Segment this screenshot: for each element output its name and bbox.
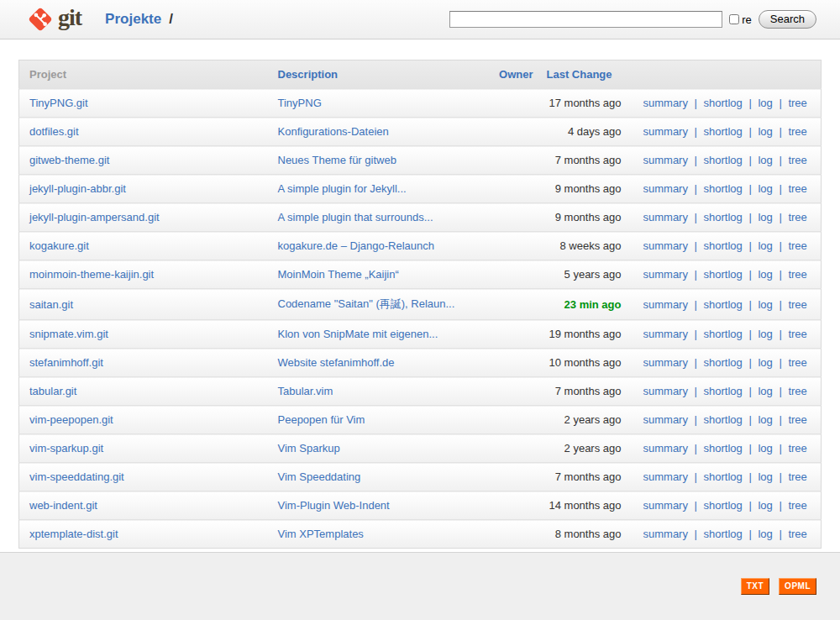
project-link[interactable]: vim-speeddating.git (29, 470, 124, 483)
tree-link[interactable]: tree (788, 154, 806, 166)
summary-link[interactable]: summary (643, 528, 688, 540)
summary-link[interactable]: summary (643, 385, 688, 397)
log-link[interactable]: log (758, 154, 772, 166)
shortlog-link[interactable]: shortlog (704, 268, 743, 281)
sort-by-last-change-link[interactable]: Last Change (547, 68, 612, 81)
project-link[interactable]: jekyll-plugin-abbr.git (29, 182, 126, 195)
description-link[interactable]: Vim Speeddating (278, 470, 361, 483)
log-link[interactable]: log (758, 97, 772, 109)
log-link[interactable]: log (758, 413, 772, 426)
summary-link[interactable]: summary (643, 499, 688, 512)
summary-link[interactable]: summary (643, 470, 688, 483)
tree-link[interactable]: tree (788, 385, 806, 397)
description-link[interactable]: Codename "Saitan" (再誕), Relaun... (278, 297, 455, 310)
shortlog-link[interactable]: shortlog (704, 211, 743, 223)
description-link[interactable]: Klon von SnipMate mit eigenen... (278, 328, 438, 340)
description-link[interactable]: kogakure.de – Django-Relaunch (278, 239, 434, 252)
search-button[interactable]: Search (759, 10, 816, 29)
shortlog-link[interactable]: shortlog (704, 154, 743, 166)
log-link[interactable]: log (758, 356, 772, 369)
project-link[interactable]: jekyll-plugin-ampersand.git (29, 211, 160, 223)
log-link[interactable]: log (758, 239, 772, 252)
shortlog-link[interactable]: shortlog (704, 385, 743, 397)
tree-link[interactable]: tree (788, 499, 806, 512)
description-link[interactable]: Vim Sparkup (278, 442, 340, 454)
project-link[interactable]: gitweb-theme.git (29, 154, 109, 166)
summary-link[interactable]: summary (643, 413, 688, 426)
summary-link[interactable]: summary (643, 97, 688, 109)
shortlog-link[interactable]: shortlog (704, 528, 743, 540)
summary-link[interactable]: summary (643, 298, 688, 311)
txt-feed-button[interactable]: TXT (741, 578, 769, 595)
project-link[interactable]: vim-peepopen.git (29, 413, 113, 426)
log-link[interactable]: log (758, 211, 772, 223)
log-link[interactable]: log (758, 298, 772, 311)
tree-link[interactable]: tree (788, 528, 806, 540)
description-link[interactable]: A simple plugin that surrounds... (278, 211, 433, 223)
regex-checkbox[interactable] (729, 14, 739, 24)
git-logo[interactable]: git (28, 7, 81, 32)
summary-link[interactable]: summary (643, 442, 688, 454)
summary-link[interactable]: summary (643, 154, 688, 166)
summary-link[interactable]: summary (643, 211, 688, 223)
shortlog-link[interactable]: shortlog (704, 97, 743, 109)
project-link[interactable]: dotfiles.git (29, 125, 79, 138)
shortlog-link[interactable]: shortlog (704, 442, 743, 454)
sort-by-description-link[interactable]: Description (278, 68, 339, 81)
description-link[interactable]: Neues Theme für gitweb (278, 154, 396, 166)
shortlog-link[interactable]: shortlog (704, 413, 743, 426)
tree-link[interactable]: tree (788, 470, 806, 483)
search-input[interactable] (449, 11, 722, 28)
tree-link[interactable]: tree (788, 442, 806, 454)
project-link[interactable]: saitan.git (29, 298, 73, 311)
description-link[interactable]: A simple plugin for Jekyll... (278, 182, 407, 195)
summary-link[interactable]: summary (643, 268, 688, 281)
tree-link[interactable]: tree (788, 328, 806, 340)
shortlog-link[interactable]: shortlog (704, 499, 743, 512)
tree-link[interactable]: tree (788, 97, 806, 109)
tree-link[interactable]: tree (788, 182, 806, 195)
project-link[interactable]: moinmoin-theme-kaijin.git (29, 268, 154, 281)
summary-link[interactable]: summary (643, 356, 688, 369)
project-link[interactable]: snipmate.vim.git (29, 328, 108, 340)
sort-by-owner-link[interactable]: Owner (499, 68, 533, 81)
summary-link[interactable]: summary (643, 239, 688, 252)
description-link[interactable]: Vim XPTemplates (278, 528, 364, 540)
summary-link[interactable]: summary (643, 328, 688, 340)
summary-link[interactable]: summary (643, 125, 688, 138)
description-link[interactable]: Konfigurations-Dateien (278, 125, 389, 138)
log-link[interactable]: log (758, 442, 772, 454)
opml-feed-button[interactable]: OPML (779, 578, 816, 595)
description-link[interactable]: Tabular.vim (278, 385, 333, 397)
log-link[interactable]: log (758, 499, 772, 512)
tree-link[interactable]: tree (788, 298, 806, 311)
description-link[interactable]: Peepopen für Vim (278, 413, 365, 426)
log-link[interactable]: log (758, 125, 772, 138)
project-link[interactable]: stefanimhoff.git (29, 356, 103, 369)
project-link[interactable]: xptemplate-dist.git (29, 528, 118, 540)
shortlog-link[interactable]: shortlog (704, 182, 743, 195)
log-link[interactable]: log (758, 470, 772, 483)
description-link[interactable]: TinyPNG (278, 97, 322, 109)
description-link[interactable]: Website stefanimhoff.de (278, 356, 395, 369)
shortlog-link[interactable]: shortlog (704, 298, 743, 311)
log-link[interactable]: log (758, 328, 772, 340)
shortlog-link[interactable]: shortlog (704, 125, 743, 138)
project-link[interactable]: kogakure.git (29, 239, 89, 252)
tree-link[interactable]: tree (788, 268, 806, 281)
projects-home-link[interactable]: Projekte (105, 11, 161, 27)
description-link[interactable]: MoinMoin Theme „Kaijin“ (278, 268, 399, 281)
tree-link[interactable]: tree (788, 356, 806, 369)
tree-link[interactable]: tree (788, 125, 806, 138)
description-link[interactable]: Vim-Plugin Web-Indent (278, 499, 390, 512)
log-link[interactable]: log (758, 385, 772, 397)
shortlog-link[interactable]: shortlog (704, 328, 743, 340)
summary-link[interactable]: summary (643, 182, 688, 195)
project-link[interactable]: web-indent.git (29, 499, 97, 512)
tree-link[interactable]: tree (788, 239, 806, 252)
shortlog-link[interactable]: shortlog (704, 239, 743, 252)
tree-link[interactable]: tree (788, 413, 806, 426)
project-link[interactable]: TinyPNG.git (29, 97, 88, 109)
shortlog-link[interactable]: shortlog (704, 470, 743, 483)
project-link[interactable]: vim-sparkup.git (29, 442, 103, 454)
